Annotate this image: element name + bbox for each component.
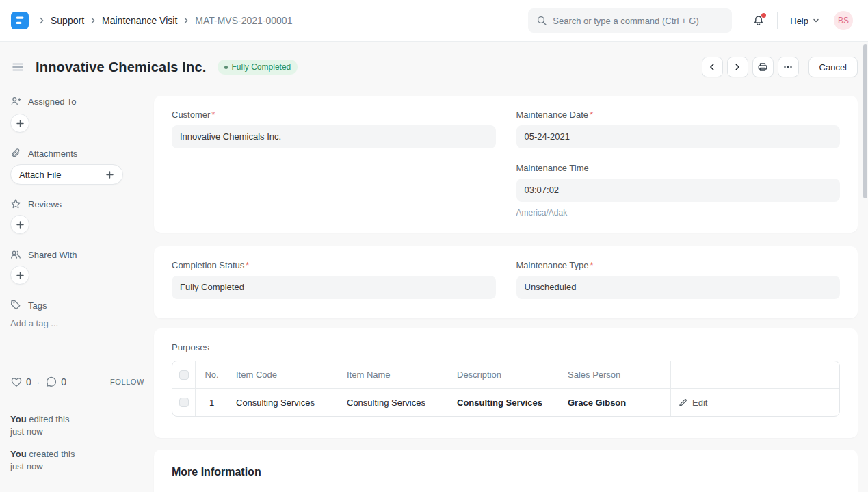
status-badge[interactable]: Fully Completed [218, 60, 298, 75]
required-mark: * [211, 109, 215, 120]
plus-icon [16, 119, 25, 128]
customer-input[interactable]: Innovative Chemicals Inc. [172, 125, 496, 148]
sidebar-toggle-button[interactable] [11, 60, 25, 74]
maintenance-date-input[interactable]: 05-24-2021 [516, 125, 841, 148]
plus-icon [16, 220, 25, 229]
activity-action: edited this [29, 414, 69, 424]
row-edit-label: Edit [692, 398, 707, 408]
help-menu[interactable]: Help [790, 16, 820, 26]
customer-field: Customer* Innovative Chemicals Inc. [172, 109, 496, 148]
app-logo[interactable] [11, 12, 29, 29]
cell-description[interactable]: Consulting Services [449, 389, 560, 416]
notifications-button[interactable] [752, 14, 765, 27]
add-assignment-button[interactable] [10, 114, 29, 133]
table-row: 1 Consulting Services Consulting Service… [172, 389, 839, 416]
tag-icon [10, 300, 21, 311]
more-actions-button[interactable] [778, 57, 799, 77]
form-sidebar: Assigned To Attachments Attach File Revi [10, 96, 144, 473]
attachments-label: Attachments [28, 148, 77, 159]
comment-count: 0 [61, 376, 66, 387]
star-icon [10, 198, 21, 209]
page-head: Innovative Chemicals Inc. Fully Complete… [11, 56, 858, 78]
maintenance-time-label: Maintenance Time [516, 163, 841, 173]
col-description: Description [449, 361, 560, 388]
chevron-right-icon [88, 16, 98, 25]
chevron-down-icon [812, 16, 820, 25]
select-all-checkbox[interactable] [179, 370, 189, 380]
sidebar-divider [10, 400, 144, 400]
activity-edited: You edited this just now [10, 413, 144, 438]
status-dot [224, 66, 228, 69]
attach-file-label: Attach File [19, 170, 61, 180]
row-edit-button[interactable]: Edit [679, 398, 707, 408]
tags-section: Tags [10, 300, 144, 311]
reviews-section: Reviews [10, 198, 144, 209]
cell-item-code[interactable]: Consulting Services [228, 389, 339, 416]
social-row: 0 · 0 FOLLOW [10, 376, 144, 388]
required-mark: * [246, 260, 249, 270]
like-count: 0 [26, 376, 31, 387]
completion-status-select[interactable]: Fully Completed [172, 276, 496, 299]
search-input[interactable] [553, 16, 724, 26]
breadcrumb: Support Maintenance Visit MAT-MVS-2021-0… [37, 15, 292, 26]
form-body: Customer* Innovative Chemicals Inc. Main… [154, 96, 858, 492]
cancel-button[interactable]: Cancel [808, 57, 858, 77]
purposes-label: Purposes [172, 342, 840, 352]
add-tag-input[interactable]: Add a tag ... [10, 318, 144, 328]
required-mark: * [590, 109, 593, 120]
attach-file-button[interactable]: Attach File [10, 164, 123, 185]
add-review-button[interactable] [10, 215, 29, 234]
col-no: No. [196, 361, 228, 388]
dot-separator: · [37, 377, 40, 387]
status-section: Completion Status* Fully Completed Maint… [154, 246, 858, 318]
more-information-title: More Information [172, 466, 840, 478]
maintenance-type-select[interactable]: Unscheduled [516, 276, 841, 299]
shared-with-section: Shared With [10, 249, 144, 260]
chevron-right-icon [181, 16, 191, 25]
print-button[interactable] [752, 57, 774, 77]
vertical-scrollbar[interactable] [863, 44, 867, 198]
user-avatar[interactable]: BS [834, 11, 853, 30]
prev-document-button[interactable] [702, 57, 723, 77]
timezone-helper: America/Adak [516, 208, 841, 218]
reviews-label: Reviews [28, 199, 62, 209]
comments-button[interactable]: 0 [45, 376, 66, 388]
more-information-section: More Information [154, 450, 858, 492]
cell-no: 1 [196, 389, 228, 416]
col-actions [671, 361, 839, 388]
plus-icon [105, 170, 114, 179]
follow-button[interactable]: FOLLOW [110, 378, 144, 386]
assigned-to-section: Assigned To [10, 96, 144, 107]
activity-who: You [10, 414, 27, 424]
navbar: Support Maintenance Visit MAT-MVS-2021-0… [0, 0, 868, 42]
row-checkbox[interactable] [179, 398, 189, 407]
chevron-right-icon [37, 16, 47, 25]
cell-item-name[interactable]: Consulting Services [339, 389, 449, 416]
next-document-button[interactable] [727, 57, 748, 77]
status-badge-label: Fully Completed [232, 62, 291, 72]
chevron-right-icon [733, 62, 742, 72]
pencil-icon [679, 398, 687, 407]
activity-action: created this [29, 449, 75, 459]
maintenance-type-label: Maintenance Type* [516, 260, 841, 270]
like-button[interactable]: 0 [10, 376, 31, 388]
printer-icon [757, 62, 768, 73]
maintenance-time-input[interactable]: 03:07:02 [516, 179, 841, 202]
breadcrumb-support[interactable]: Support [51, 15, 84, 26]
logo-glyph [14, 15, 25, 26]
add-share-button[interactable] [10, 266, 29, 285]
menu-icon [11, 60, 25, 74]
global-search[interactable] [528, 8, 732, 33]
user-plus-icon [10, 96, 21, 107]
table-header-row: No. Item Code Item Name Description Sale… [172, 361, 839, 389]
breadcrumb-document-id[interactable]: MAT-MVS-2021-00001 [195, 15, 292, 26]
breadcrumb-maintenance-visit[interactable]: Maintenance Visit [102, 15, 177, 26]
page-actions: Cancel [702, 57, 858, 77]
activity-created: You created this just now [10, 448, 144, 473]
cell-sales-person[interactable]: Grace Gibson [560, 389, 671, 416]
col-item-code: Item Code [228, 361, 339, 388]
maintenance-date-field: Maintenance Date* 05-24-2021 [516, 109, 841, 148]
page-title: Innovative Chemicals Inc. [36, 60, 207, 75]
activity-who: You [10, 449, 27, 459]
users-icon [10, 249, 21, 260]
